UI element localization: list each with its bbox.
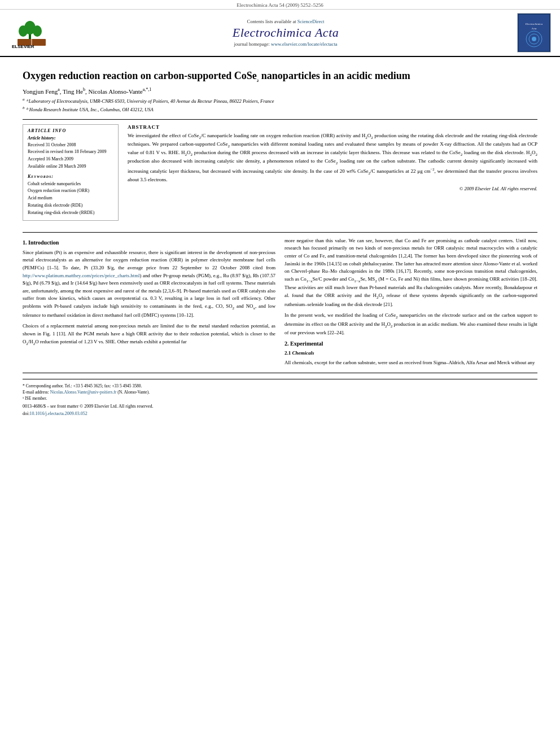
article-info-box: ARTICLE INFO Article history: Received 3…	[23, 124, 119, 221]
affiliation-a: a ᵃ Laboratory of Electrocatalysis, UMR-…	[23, 97, 537, 105]
received-revised-date: Received in revised form 18 February 200…	[28, 148, 113, 156]
homepage-label: journal homepage:	[234, 41, 270, 47]
footer-doi: doi:10.1016/j.electacta.2009.03.052	[23, 411, 537, 416]
chemicals-paragraph: All chemicals, except for the carbon sub…	[285, 359, 537, 367]
elsevier-logo: ELSEVIER	[9, 15, 54, 50]
footnote-ise: ¹ ISE member.	[23, 395, 537, 401]
intro-title: Introduction	[28, 239, 59, 246]
svg-point-3	[33, 25, 42, 37]
journal-header: ELSEVIER Contents lists available at Sci…	[0, 10, 560, 57]
chem-number: 2.1	[285, 350, 292, 356]
footnote-star: * Corresponding author. Tel.: +33 5 4945…	[23, 383, 537, 389]
journal-homepage: journal homepage: www.elsevier.com/locat…	[54, 41, 517, 47]
svg-point-2	[19, 25, 28, 37]
body-columns: 1. Introduction Since platinum (Pt) is a…	[23, 232, 537, 370]
history-label: Article history:	[28, 136, 113, 141]
homepage-url[interactable]: www.elsevier.com/locate/electacta	[271, 41, 337, 47]
email-label: E-mail address:	[23, 390, 49, 395]
email-address[interactable]: Nicolas.Alonso.Vante@univ-poitiers.fr	[50, 390, 117, 395]
intro-right-paragraph-1: more negative than this value. We can se…	[285, 237, 537, 309]
keyword-3: Acid medium	[28, 195, 113, 202]
intro-heading: 1. Introduction	[23, 239, 275, 246]
footer-issn: 0013-4686/$ – see front matter © 2009 El…	[23, 404, 537, 409]
body-right-column: more negative than this value. We can se…	[285, 237, 537, 370]
received-date: Received 31 October 2008	[28, 142, 113, 149]
article-info-heading: ARTICLE INFO	[28, 128, 113, 133]
journal-center-info: Contents lists available at ScienceDirec…	[54, 19, 517, 47]
article-info-column: ARTICLE INFO Article history: Received 3…	[23, 124, 119, 226]
article-title: Oxygen reduction reaction on carbon-supp…	[23, 69, 537, 84]
contents-label: Contents lists available at	[247, 19, 296, 24]
authors-line: Yongjun Fenga, Ting Heb, Nicolas Alonso-…	[23, 87, 537, 95]
keyword-5: Rotating ring-disk electrode (RRDE)	[28, 209, 113, 217]
journal-cover-image: Electrochimica Acta	[517, 13, 551, 53]
chemicals-heading: 2.1 Chemicals	[285, 350, 537, 356]
sciencedirect-link: Contents lists available at ScienceDirec…	[54, 19, 517, 24]
intro-paragraph-2: Choices of a replacement material among …	[23, 322, 275, 347]
journal-title: Electrochimica Acta	[54, 25, 517, 40]
exp-title: Experimental	[290, 340, 323, 347]
footnote-star-text: * Corresponding author. Tel.: +33 5 4945…	[23, 383, 142, 388]
keywords-heading: Keywords:	[28, 174, 113, 179]
available-date: Available online 28 March 2009	[28, 163, 113, 171]
keyword-2: Oxygen reduction reaction (ORR)	[28, 187, 113, 195]
info-abstract-columns: ARTICLE INFO Article history: Received 3…	[23, 119, 537, 226]
svg-rect-8	[519, 15, 549, 51]
footnote-email: E-mail address: Nicolas.Alonso.Vante@uni…	[23, 389, 537, 395]
abstract-section: ABSTRACT We investigated the effect of C…	[128, 124, 537, 192]
svg-text:Electrochimica: Electrochimica	[525, 23, 543, 25]
abstract-heading: ABSTRACT	[128, 124, 537, 130]
keywords-section: Keywords: Cobalt selenide nanoparticles …	[28, 174, 113, 217]
keyword-4: Rotating disk electrode (RDE)	[28, 202, 113, 209]
intro-paragraph-1: Since platinum (Pt) is an expensive and …	[23, 249, 275, 320]
affiliation-b-text: ᵇ Honda Research Institute USA, Inc., Co…	[26, 107, 154, 112]
svg-text:Acta: Acta	[531, 27, 537, 30]
main-content: Oxygen reduction reaction on carbon-supp…	[0, 57, 560, 427]
experimental-heading: 2. Experimental	[285, 340, 537, 347]
affiliation-b: b ᵇ Honda Research Institute USA, Inc., …	[23, 105, 537, 113]
abstract-column: ABSTRACT We investigated the effect of C…	[128, 124, 537, 226]
journal-citation: Electrochimica Acta 54 (2009) 5252–5256	[0, 0, 560, 10]
intro-right-paragraph-2: In the present work, we modified the loa…	[285, 312, 537, 337]
email-suffix: (N. Alonso-Vante).	[117, 390, 150, 395]
body-left-column: 1. Introduction Since platinum (Pt) is a…	[23, 237, 275, 370]
copyright: © 2009 Elsevier Ltd. All rights reserved…	[128, 186, 537, 191]
abstract-text: We investigated the effect of CoSe2/C na…	[128, 132, 537, 184]
svg-point-13	[532, 37, 536, 41]
exp-number: 2.	[285, 340, 290, 347]
affiliations: a ᵃ Laboratory of Electrocatalysis, UMR-…	[23, 97, 537, 113]
affiliation-a-text: ᵃ Laboratory of Electrocatalysis, UMR-CN…	[26, 98, 274, 104]
chem-title: Chemicals	[292, 350, 314, 356]
doi-label: doi:	[23, 411, 29, 416]
intro-number: 1.	[23, 239, 28, 246]
footer-divider	[23, 373, 537, 373]
sciencedirect-text[interactable]: ScienceDirect	[298, 19, 325, 24]
svg-text:ELSEVIER: ELSEVIER	[12, 44, 34, 49]
footer-section: * Corresponding author. Tel.: +33 5 4945…	[23, 379, 537, 417]
accepted-date: Accepted 16 March 2009	[28, 156, 113, 163]
keyword-1: Cobalt selenide nanoparticles	[28, 181, 113, 188]
doi-value[interactable]: 10.1016/j.electacta.2009.03.052	[29, 411, 87, 416]
